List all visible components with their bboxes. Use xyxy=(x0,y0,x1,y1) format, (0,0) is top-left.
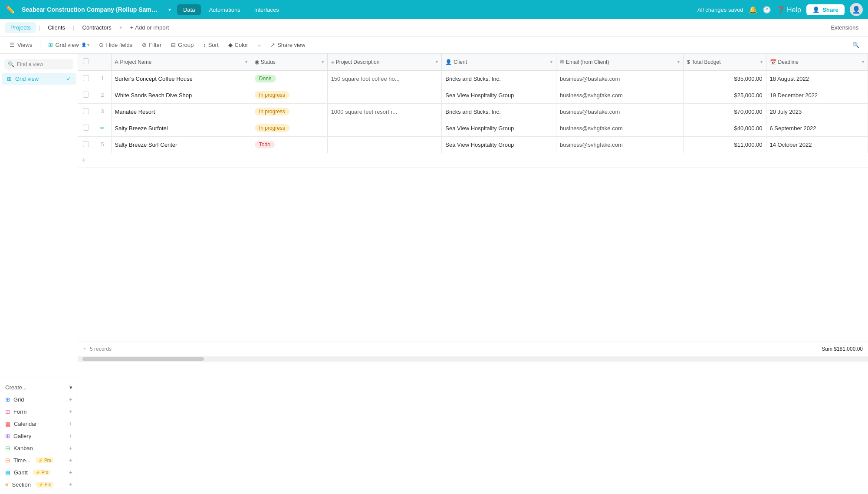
row-client[interactable]: Sea View Hospitality Group xyxy=(442,120,556,136)
table-row[interactable]: 1 Surfer's Concept Coffee House Done 150… xyxy=(78,70,868,87)
sidebar-create-form[interactable]: ⊡ Form + xyxy=(0,405,78,418)
add-or-import-button[interactable]: + Add or import xyxy=(127,23,173,33)
row-checkbox[interactable] xyxy=(83,108,89,114)
share-view-button[interactable]: ↗ Share view xyxy=(266,40,309,50)
table-row[interactable]: 3 Manatee Resort In progress 1000 square… xyxy=(78,103,868,120)
tab-data[interactable]: Data xyxy=(177,4,201,15)
table-row[interactable]: 5 Salty Breeze Surf Center Todo Sea View… xyxy=(78,136,868,153)
row-description[interactable] xyxy=(327,136,442,153)
calendar-plus-icon[interactable]: + xyxy=(69,420,72,427)
share-button[interactable]: 👤 Share xyxy=(806,4,845,15)
row-checkbox[interactable] xyxy=(83,75,89,81)
row-deadline[interactable]: 14 October 2022 xyxy=(766,136,868,153)
header-project-name[interactable]: A Project Name ▾ xyxy=(111,54,251,70)
sidebar-create-gallery[interactable]: ⊞ Gallery + xyxy=(0,430,78,442)
header-client[interactable]: 👤 Client ▾ xyxy=(442,54,556,70)
sidebar-create-calendar[interactable]: ▦ Calendar + xyxy=(0,418,78,430)
select-all-checkbox[interactable] xyxy=(83,58,89,64)
create-section-toggle[interactable]: Create... ▾ xyxy=(0,382,78,393)
tab-projects[interactable]: Projects xyxy=(5,22,36,33)
row-budget[interactable]: $25,000.00 xyxy=(684,87,766,103)
row-status[interactable]: Done xyxy=(251,70,327,87)
notifications-icon[interactable]: 🔔 xyxy=(749,6,757,14)
extensions-button[interactable]: Extensions xyxy=(826,23,863,33)
plus-footer-icon[interactable]: + xyxy=(83,346,86,352)
row-email[interactable]: business@svhgfake.com xyxy=(556,136,684,153)
sidebar-create-section[interactable]: ≡ Section ⚡ Pro + xyxy=(0,478,78,491)
kanban-plus-icon[interactable]: + xyxy=(69,445,72,451)
table-row[interactable]: ✏ Salty Breeze Surfotel In progress Sea … xyxy=(78,120,868,136)
row-client[interactable]: Sea View Hospitality Group xyxy=(442,87,556,103)
sidebar-create-grid[interactable]: ⊞ Grid + xyxy=(0,393,78,405)
header-status[interactable]: ◉ Status ▾ xyxy=(251,54,327,70)
gallery-plus-icon[interactable]: + xyxy=(69,432,72,439)
density-button[interactable]: ≡ xyxy=(253,40,266,50)
row-description[interactable] xyxy=(327,87,442,103)
grid-view-button[interactable]: ⊞ Grid view 👤 ▾ xyxy=(44,40,94,50)
group-button[interactable]: ⊟ Group xyxy=(167,40,198,50)
row-description[interactable]: 1000 square feet resort r... xyxy=(327,103,442,120)
tab-automations[interactable]: Automations xyxy=(203,4,246,15)
filter-button[interactable]: ⊘ Filter xyxy=(138,40,166,50)
row-email[interactable]: business@basfake.com xyxy=(556,70,684,87)
avatar[interactable]: 👤 xyxy=(850,3,863,16)
row-budget[interactable]: $40,000.00 xyxy=(684,120,766,136)
scrollbar-thumb[interactable] xyxy=(82,357,204,361)
color-button[interactable]: ◆ Color xyxy=(224,40,253,50)
row-email[interactable]: business@svhgfake.com xyxy=(556,87,684,103)
timeline-plus-icon[interactable]: + xyxy=(69,457,72,464)
row-project-name[interactable]: Salty Breeze Surfotel xyxy=(111,120,251,136)
sidebar-item-grid-view[interactable]: ⊞ Grid view ✓ xyxy=(2,73,76,85)
views-button[interactable]: ☰ Views xyxy=(5,40,36,50)
title-dropdown-arrow[interactable]: ▼ xyxy=(168,7,172,12)
table-row[interactable]: 2 White Sands Beach Dive Shop In progres… xyxy=(78,87,868,103)
header-deadline[interactable]: 📅 Deadline ▾ xyxy=(766,54,868,70)
row-client[interactable]: Bricks and Sticks, Inc. xyxy=(442,103,556,120)
sort-button[interactable]: ↕ Sort xyxy=(199,40,223,50)
row-status[interactable]: In progress xyxy=(251,87,327,103)
sidebar-create-kanban[interactable]: ⊟ Kanban + xyxy=(0,442,78,454)
row-deadline[interactable]: 6 September 2022 xyxy=(766,120,868,136)
row-project-name[interactable]: Salty Breeze Surf Center xyxy=(111,136,251,153)
row-checkbox[interactable] xyxy=(83,125,89,131)
row-checkbox[interactable] xyxy=(83,141,89,147)
gantt-plus-icon[interactable]: + xyxy=(69,469,72,476)
row-checkbox[interactable] xyxy=(83,92,89,98)
row-project-name[interactable]: White Sands Beach Dive Shop xyxy=(111,87,251,103)
help-icon[interactable]: ❓ Help xyxy=(776,6,801,14)
row-status[interactable]: Todo xyxy=(251,136,327,153)
row-client[interactable]: Sea View Hospitality Group xyxy=(442,136,556,153)
row-project-name[interactable]: Surfer's Concept Coffee House xyxy=(111,70,251,87)
add-row-button[interactable]: + xyxy=(78,153,868,168)
form-plus-icon[interactable]: + xyxy=(69,408,72,415)
hide-fields-button[interactable]: ⊙ Hide fields xyxy=(95,40,137,50)
row-client[interactable]: Bricks and Sticks, Inc. xyxy=(442,70,556,87)
row-email[interactable]: business@basfake.com xyxy=(556,103,684,120)
row-budget[interactable]: $35,000.00 xyxy=(684,70,766,87)
row-deadline[interactable]: 19 December 2022 xyxy=(766,87,868,103)
sidebar-create-gantt[interactable]: ▤ Gantt ⚡ Pro + xyxy=(0,466,78,478)
row-description[interactable]: 150 square foot coffee ho... xyxy=(327,70,442,87)
row-email[interactable]: business@svhgfake.com xyxy=(556,120,684,136)
header-budget[interactable]: $ Total Budget ▾ xyxy=(684,54,766,70)
row-status[interactable]: In progress xyxy=(251,120,327,136)
sidebar-create-timeline[interactable]: ⊟ Time... ⚡ Pro + xyxy=(0,454,78,466)
grid-plus-icon[interactable]: + xyxy=(69,396,72,403)
row-status[interactable]: In progress xyxy=(251,103,327,120)
row-deadline[interactable]: 18 August 2022 xyxy=(766,70,868,87)
row-budget[interactable]: $11,000.00 xyxy=(684,136,766,153)
row-project-name[interactable]: Manatee Resort xyxy=(111,103,251,120)
history-icon[interactable]: 🕐 xyxy=(763,6,771,14)
row-description[interactable] xyxy=(327,120,442,136)
row-budget[interactable]: $70,000.00 xyxy=(684,103,766,120)
header-description[interactable]: ≡ Project Description ▾ xyxy=(327,54,442,70)
tab-clients[interactable]: Clients xyxy=(43,22,70,33)
section-plus-icon[interactable]: + xyxy=(69,481,72,488)
horizontal-scrollbar[interactable] xyxy=(78,356,868,362)
tab-contractors[interactable]: Contractors xyxy=(77,22,117,33)
header-email[interactable]: ✉ Email (from Client) ▾ xyxy=(556,54,684,70)
find-view-search[interactable]: 🔍 Find a view xyxy=(4,59,73,69)
row-deadline[interactable]: 20 July 2023 xyxy=(766,103,868,120)
search-button[interactable]: 🔍 xyxy=(849,40,863,50)
tab-interfaces[interactable]: Interfaces xyxy=(248,4,285,15)
